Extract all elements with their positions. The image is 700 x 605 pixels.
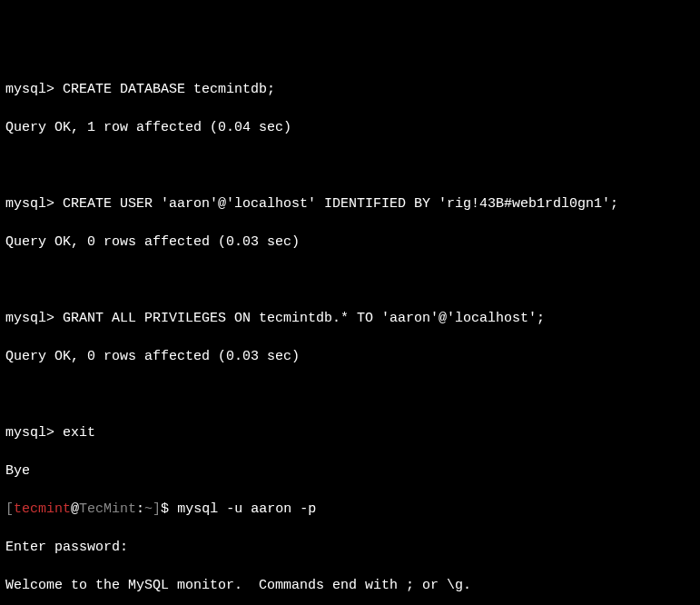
shell-at: @	[71, 501, 79, 517]
terminal-line: mysql> CREATE USER 'aaron'@'localhost' I…	[5, 194, 695, 213]
terminal-output: Query OK, 1 row affected (0.04 sec)	[5, 118, 695, 137]
blank-line	[5, 156, 695, 175]
terminal-line: mysql> exit	[5, 423, 695, 442]
sql-command: GRANT ALL PRIVILEGES ON tecmintdb.* TO '…	[63, 311, 545, 326]
shell-user: tecmint	[14, 501, 71, 517]
shell-host: TecMint	[79, 501, 136, 517]
terminal-line: mysql> CREATE DATABASE tecmintdb;	[5, 80, 695, 99]
terminal-output: Bye	[5, 461, 695, 481]
blank-line	[5, 271, 695, 290]
blank-line	[5, 385, 695, 404]
mysql-prompt: mysql>	[5, 196, 63, 212]
terminal-output: Enter password:	[5, 538, 695, 557]
terminal-line: [tecmint@TecMint:~]$ mysql -u aaron -p	[5, 500, 695, 519]
mysql-prompt: mysql>	[5, 311, 63, 326]
shell-dollar: $	[161, 501, 177, 517]
terminal-output: Query OK, 0 rows affected (0.03 sec)	[5, 347, 695, 366]
shell-bracket-close: ]	[153, 501, 161, 517]
terminal-line: mysql> GRANT ALL PRIVILEGES ON tecmintdb…	[5, 309, 695, 328]
sql-command: CREATE USER 'aaron'@'localhost' IDENTIFI…	[63, 196, 618, 212]
terminal-output: Query OK, 0 rows affected (0.03 sec)	[5, 233, 695, 252]
terminal-output: Welcome to the MySQL monitor. Commands e…	[5, 576, 695, 595]
shell-path: ~	[144, 501, 153, 517]
mysql-prompt: mysql>	[5, 425, 63, 441]
shell-command: mysql -u aaron -p	[177, 501, 316, 517]
shell-colon: :	[136, 501, 144, 517]
sql-command: CREATE DATABASE tecmintdb;	[63, 82, 275, 97]
mysql-prompt: mysql>	[5, 82, 63, 97]
sql-command: exit	[63, 425, 95, 441]
shell-bracket-open: [	[5, 501, 14, 517]
